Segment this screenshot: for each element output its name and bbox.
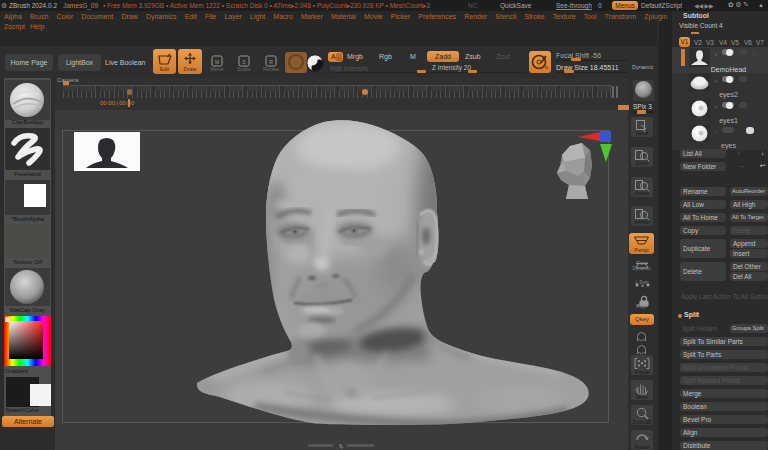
svg-text:Zoom: Zoom [636, 160, 649, 166]
svg-text:Move: Move [636, 394, 648, 400]
svg-text:Scroll: Scroll [636, 130, 649, 136]
svg-text:Zoom3D: Zoom3D [632, 419, 652, 425]
svg-text:Frame: Frame [635, 369, 650, 375]
svg-text:Move: Move [210, 66, 223, 72]
svg-text:S: S [242, 59, 246, 65]
svg-text:Actual: Actual [635, 190, 649, 196]
svg-text:M: M [215, 59, 219, 65]
svg-text:Scale: Scale [237, 66, 251, 72]
svg-text:Edit: Edit [160, 66, 170, 72]
svg-text:R: R [269, 59, 273, 65]
svg-text:Rotate: Rotate [263, 66, 279, 72]
svg-text:AAHalf: AAHalf [634, 219, 650, 225]
svg-text:Rotate: Rotate [635, 444, 650, 450]
svg-text:Draw: Draw [184, 66, 197, 72]
svg-text:s: s [545, 64, 548, 70]
svg-text:Persp: Persp [634, 247, 648, 253]
